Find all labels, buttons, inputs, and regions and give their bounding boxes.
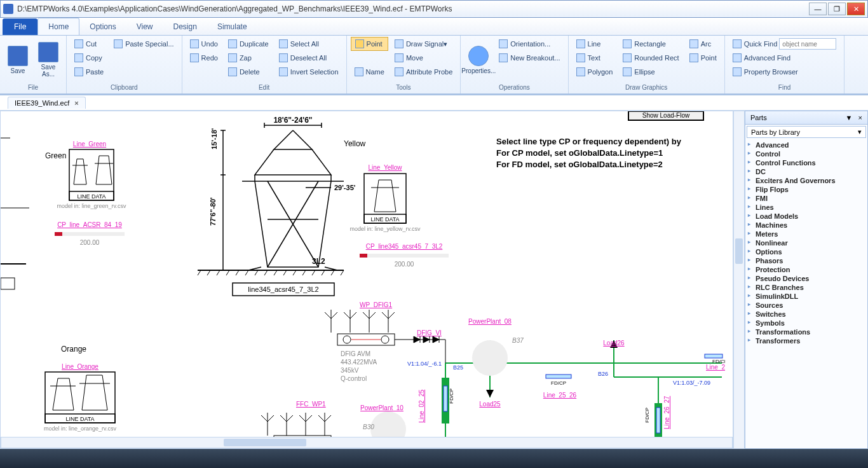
name-tool-button[interactable]: Name	[351, 65, 388, 79]
invertselection-button[interactable]: Invert Selection	[275, 65, 342, 79]
parts-category[interactable]: Sources	[745, 301, 867, 310]
parts-tree[interactable]: AdvancedControlControl FunctionsDCExcite…	[745, 139, 867, 448]
document-tab[interactable]: IEEE39_Wind.ecf ×	[8, 97, 86, 109]
hscroll-thumb[interactable]	[224, 439, 306, 446]
zap-button[interactable]: Zap	[224, 51, 273, 65]
show-loadflow-button[interactable]: Show Load-Flow	[628, 111, 703, 120]
parts-category[interactable]: SimulinkDLL	[745, 292, 867, 301]
copy-button[interactable]: Copy	[71, 51, 107, 65]
parts-category[interactable]: Transformations	[745, 327, 867, 336]
browser-icon	[733, 67, 742, 76]
maximize-button[interactable]: ❐	[828, 3, 846, 15]
file-tab[interactable]: File	[3, 18, 37, 35]
diagram-canvas[interactable]: Show Load-Flow Select line type CP or fr…	[0, 111, 733, 449]
close-doc-icon[interactable]: ×	[74, 99, 78, 107]
invertselection-icon	[279, 67, 288, 76]
svg-line-128	[280, 415, 287, 422]
svg-line-17	[236, 270, 239, 275]
undo-icon	[190, 39, 199, 48]
parts-category[interactable]: Phasors	[745, 256, 867, 265]
parts-close-icon[interactable]: ×	[858, 114, 862, 121]
parts-category[interactable]: Meters	[745, 230, 867, 238]
parts-category[interactable]: DC	[745, 167, 867, 176]
svg-rect-50	[55, 232, 62, 236]
linedata-green[interactable]: Green Line_Green LINE DATA model in: lin…	[45, 141, 126, 246]
draw-roundedrect-button[interactable]: Rounded Rect	[619, 51, 682, 65]
parts-category[interactable]: Options	[745, 247, 867, 256]
move-button[interactable]: Move	[391, 51, 456, 65]
svg-line-22	[283, 270, 287, 275]
duplicate-button[interactable]: Duplicate	[224, 37, 273, 51]
tab-options[interactable]: Options	[79, 18, 126, 35]
svg-line-23	[293, 270, 296, 275]
quickfind-button[interactable]: Quick Find	[729, 37, 841, 51]
parts-dropdown-icon[interactable]: ▼	[846, 114, 853, 121]
draw-polygon-button[interactable]: Polygon	[573, 65, 617, 79]
svg-text:Line_26: Line_26	[706, 364, 725, 371]
parts-category[interactable]: Advanced	[745, 141, 867, 149]
parts-category[interactable]: RLC Branches	[745, 283, 867, 292]
point-tool-button[interactable]: Point	[351, 37, 388, 51]
vertical-scrollbar[interactable]	[733, 111, 745, 449]
undo-button[interactable]: Undo	[186, 37, 222, 51]
tab-simulate[interactable]: Simulate	[207, 18, 257, 35]
svg-text:Yellow: Yellow	[344, 139, 366, 148]
paste-button[interactable]: Paste	[71, 65, 107, 79]
attrprobe-button[interactable]: Attribute Probe	[391, 65, 456, 79]
vscroll-thumb[interactable]	[735, 238, 743, 264]
parts-mode-select[interactable]: Parts by Library▾	[747, 126, 866, 138]
propbrowser-button[interactable]: Property Browser	[729, 65, 841, 79]
parts-category[interactable]: Nonlinear	[745, 238, 867, 247]
newbreakout-button[interactable]: New Breakout...	[495, 51, 564, 65]
svg-text:LINE DATA: LINE DATA	[77, 193, 105, 200]
horizontal-scrollbar[interactable]	[1, 437, 733, 448]
redo-button[interactable]: Redo	[186, 51, 222, 65]
parts-category[interactable]: Control Functions	[745, 158, 867, 167]
draw-line-button[interactable]: Line	[573, 37, 617, 51]
draw-rect-button[interactable]: Rectangle	[619, 37, 682, 51]
parts-category[interactable]: Switches	[745, 310, 867, 319]
orientation-button[interactable]: Orientation...	[495, 37, 564, 51]
selectall-button[interactable]: Select All	[275, 37, 342, 51]
tab-home[interactable]: Home	[37, 18, 79, 35]
svg-point-112	[343, 336, 351, 343]
minimize-button[interactable]: —	[809, 3, 827, 15]
parts-category[interactable]: Symbols	[745, 319, 867, 327]
draw-ellipse-button[interactable]: Ellipse	[619, 65, 682, 79]
ribbon: Save Save As... File Cut Copy Paste Past…	[0, 36, 868, 95]
save-button[interactable]: Save	[4, 37, 32, 83]
deselectall-button[interactable]: Deselect All	[275, 51, 342, 65]
os-taskbar[interactable]	[0, 449, 868, 468]
pastespecial-button[interactable]: Paste Special...	[110, 37, 177, 51]
tab-view[interactable]: View	[126, 18, 163, 35]
draw-arc-button[interactable]: Arc	[686, 37, 721, 51]
network-diagram[interactable]: WP_DFIG1 DFIG AVM 443.422MVA 345kV Q-con…	[261, 301, 725, 447]
parts-header: Parts ▼ ×	[745, 111, 867, 125]
saveas-button[interactable]: Save As...	[34, 37, 62, 83]
properties-button[interactable]: Properties...	[465, 37, 492, 83]
parts-category[interactable]: Pseudo Devices	[745, 274, 867, 283]
linedata-yellow[interactable]: Yellow Line_Yellow LINE DATA model in: l…	[344, 139, 449, 268]
draw-point-button[interactable]: Point	[686, 51, 721, 65]
parts-category[interactable]: Load Models	[745, 212, 867, 221]
svg-line-125	[268, 415, 274, 422]
cut-button[interactable]: Cut	[71, 37, 107, 51]
linedata-orange[interactable]: Orange Line_Orange LINE DATA model in: l…	[44, 345, 116, 432]
saveas-icon	[38, 42, 58, 62]
close-button[interactable]: ✕	[847, 3, 865, 15]
drawsignal-button[interactable]: Draw Signal ▾	[391, 37, 456, 51]
parts-category[interactable]: Machines	[745, 221, 867, 230]
parts-category[interactable]: Protection	[745, 265, 867, 274]
parts-category[interactable]: Transformers	[745, 336, 867, 345]
parts-category[interactable]: Flip Flops	[745, 185, 867, 194]
tab-design[interactable]: Design	[163, 18, 207, 35]
draw-text-button[interactable]: Text	[573, 51, 617, 65]
svg-text:Line_26_27: Line_26_27	[663, 396, 670, 429]
parts-category[interactable]: Exciters And Governors	[745, 176, 867, 185]
parts-category[interactable]: FMI	[745, 194, 867, 203]
quickfind-input[interactable]	[779, 38, 836, 50]
delete-button[interactable]: Delete	[224, 65, 273, 79]
parts-category[interactable]: Control	[745, 149, 867, 158]
advancedfind-button[interactable]: Advanced Find	[729, 51, 841, 65]
parts-category[interactable]: Lines	[745, 203, 867, 212]
